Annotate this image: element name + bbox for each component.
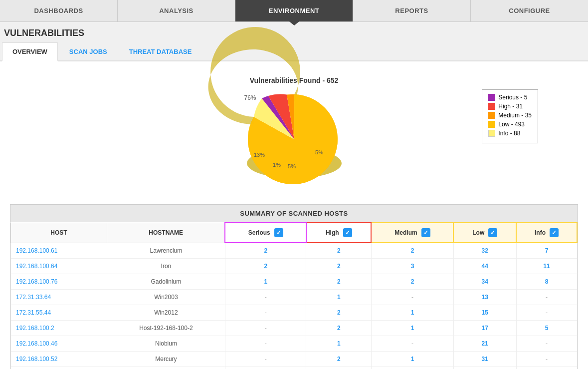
serious-cell: -: [225, 367, 306, 369]
table-header-row: HOST HOSTNAME Serious ✓ High ✓: [11, 223, 578, 243]
chart-section: Vulnerabilities Found - 652 76%: [10, 71, 578, 199]
col-hostname: HOSTNAME: [107, 223, 225, 243]
nav-reports[interactable]: REPORTS: [353, 0, 471, 21]
low-cell: 17: [453, 321, 516, 336]
table-title: SUMMARY OF SCANNED HOSTS: [10, 205, 578, 222]
high-cell: 1: [306, 290, 372, 305]
legend-serious-color: [488, 94, 495, 101]
serious-cell: 1: [225, 274, 306, 290]
svg-text:13%: 13%: [253, 152, 264, 158]
high-cell: 1: [306, 336, 372, 352]
col-host: HOST: [11, 223, 107, 243]
hostname-cell: Iron: [107, 259, 225, 274]
info-cell: -: [516, 305, 577, 321]
info-cell: 8: [516, 274, 577, 290]
serious-cell: -: [225, 305, 306, 321]
table-row: 192.168.100.55Manganese-1220-: [11, 367, 578, 369]
high-cell: 2: [306, 259, 372, 274]
low-checkbox[interactable]: ✓: [488, 228, 497, 237]
svg-text:5%: 5%: [315, 149, 323, 155]
serious-checkbox[interactable]: ✓: [274, 228, 283, 237]
host-cell[interactable]: 192.168.100.76: [11, 274, 107, 290]
info-cell: 11: [516, 259, 577, 274]
hostname-cell: Win2012: [107, 305, 225, 321]
high-checkbox[interactable]: ✓: [343, 228, 352, 237]
col-low: Low ✓: [453, 223, 516, 243]
tab-threat-database[interactable]: THREAT DATABASE: [119, 42, 202, 60]
pct-76-label: 76%: [244, 94, 256, 101]
pie-chart: 76%: [229, 89, 359, 189]
host-cell[interactable]: 192.168.100.46: [11, 336, 107, 352]
nav-environment[interactable]: ENVIRONMENT: [235, 0, 353, 21]
svg-text:1%: 1%: [273, 162, 281, 168]
legend-high-label: High - 31: [498, 103, 523, 110]
high-cell: 1: [306, 367, 372, 369]
low-cell: 15: [453, 305, 516, 321]
host-cell[interactable]: 172.31.55.44: [11, 305, 107, 321]
host-cell[interactable]: 192.168.100.64: [11, 259, 107, 274]
host-cell[interactable]: 192.168.100.2: [11, 321, 107, 336]
table-row: 192.168.100.46Niobium-1-21-: [11, 336, 578, 352]
hostname-cell: Gadolinium: [107, 274, 225, 290]
legend-medium-label: Medium - 35: [498, 112, 532, 119]
serious-cell: -: [225, 336, 306, 352]
serious-cell: -: [225, 321, 306, 336]
col-medium: Medium ✓: [371, 223, 453, 243]
col-info: Info ✓: [516, 223, 577, 243]
nav-analysis[interactable]: ANALYSIS: [118, 0, 235, 21]
info-cell: -: [516, 290, 577, 305]
info-cell: 5: [516, 321, 577, 336]
legend-info-label: Info - 88: [498, 130, 520, 137]
medium-cell: 1: [371, 352, 453, 367]
legend-medium-color: [488, 112, 495, 119]
chart-container: 76%: [10, 89, 578, 189]
table-row: 192.168.100.52Mercury-2131-: [11, 352, 578, 367]
legend-serious: Serious - 5: [488, 94, 532, 101]
nav-configure[interactable]: CONFIGURE: [471, 0, 588, 21]
tab-overview[interactable]: OVERVIEW: [2, 42, 58, 61]
table-row: 172.31.33.64Win2003-1-13-: [11, 290, 578, 305]
host-cell[interactable]: 192.168.100.52: [11, 352, 107, 367]
host-cell[interactable]: 192.168.100.61: [11, 243, 107, 259]
medium-cell: 1: [371, 305, 453, 321]
medium-cell: 2: [371, 274, 453, 290]
legend-info-color: [488, 130, 495, 137]
low-cell: 34: [453, 274, 516, 290]
host-cell[interactable]: 172.31.33.64: [11, 290, 107, 305]
medium-cell: -: [371, 290, 453, 305]
hostname-cell: Manganese: [107, 367, 225, 369]
legend-medium: Medium - 35: [488, 112, 532, 119]
top-nav: DASHBOARDS ANALYSIS ENVIRONMENT REPORTS …: [0, 0, 588, 22]
medium-cell: 3: [371, 259, 453, 274]
legend-low-label: Low - 493: [498, 121, 525, 128]
serious-cell: 2: [225, 259, 306, 274]
medium-checkbox[interactable]: ✓: [421, 228, 430, 237]
host-cell[interactable]: 192.168.100.55: [11, 367, 107, 369]
medium-cell: 1: [371, 321, 453, 336]
high-cell: 2: [306, 243, 372, 259]
tab-scan-jobs[interactable]: SCAN JOBS: [59, 42, 118, 60]
serious-cell: -: [225, 352, 306, 367]
legend-high-color: [488, 103, 495, 110]
low-cell: 44: [453, 259, 516, 274]
hostname-cell: Lawrencium: [107, 243, 225, 259]
medium-cell: 2: [371, 367, 453, 369]
hosts-table: HOST HOSTNAME Serious ✓ High ✓: [10, 222, 578, 369]
high-cell: 2: [306, 321, 372, 336]
serious-cell: -: [225, 290, 306, 305]
info-checkbox[interactable]: ✓: [550, 228, 559, 237]
info-cell: -: [516, 336, 577, 352]
legend-info: Info - 88: [488, 130, 532, 137]
nav-dashboards[interactable]: DASHBOARDS: [0, 0, 118, 21]
chart-title: Vulnerabilities Found - 652: [10, 76, 578, 84]
info-cell: 7: [516, 243, 577, 259]
low-cell: 20: [453, 367, 516, 369]
high-cell: 2: [306, 352, 372, 367]
info-cell: -: [516, 367, 577, 369]
table-row: 192.168.100.2Host-192-168-100-2-21175: [11, 321, 578, 336]
medium-cell: -: [371, 336, 453, 352]
chart-legend: Serious - 5 High - 31 Medium - 35 Low - …: [482, 89, 538, 143]
low-cell: 31: [453, 352, 516, 367]
main-content: Vulnerabilities Found - 652 76%: [0, 61, 588, 369]
legend-high: High - 31: [488, 103, 532, 110]
